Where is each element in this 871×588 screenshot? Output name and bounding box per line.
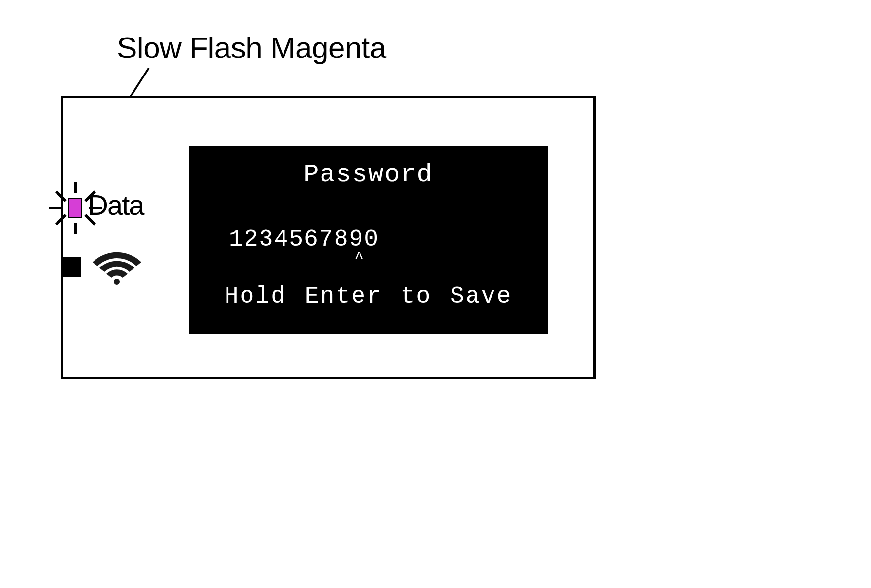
device-display: Password 1234567890 ^ Hold Enter to Save	[189, 146, 548, 334]
device-frame: Data Password 1234567890 ^ Hold Enter to…	[61, 96, 596, 379]
data-led-label: Data	[88, 189, 144, 221]
cursor-caret-icon: ^	[354, 249, 365, 267]
screen-title: Password	[189, 160, 548, 189]
wifi-icon	[93, 249, 141, 288]
password-input-value[interactable]: 1234567890	[229, 226, 379, 252]
callout-label: Slow Flash Magenta	[117, 30, 386, 65]
square-indicator-icon	[61, 257, 81, 277]
led-core-icon	[68, 198, 82, 218]
screen-instruction: Hold Enter to Save	[189, 283, 548, 309]
